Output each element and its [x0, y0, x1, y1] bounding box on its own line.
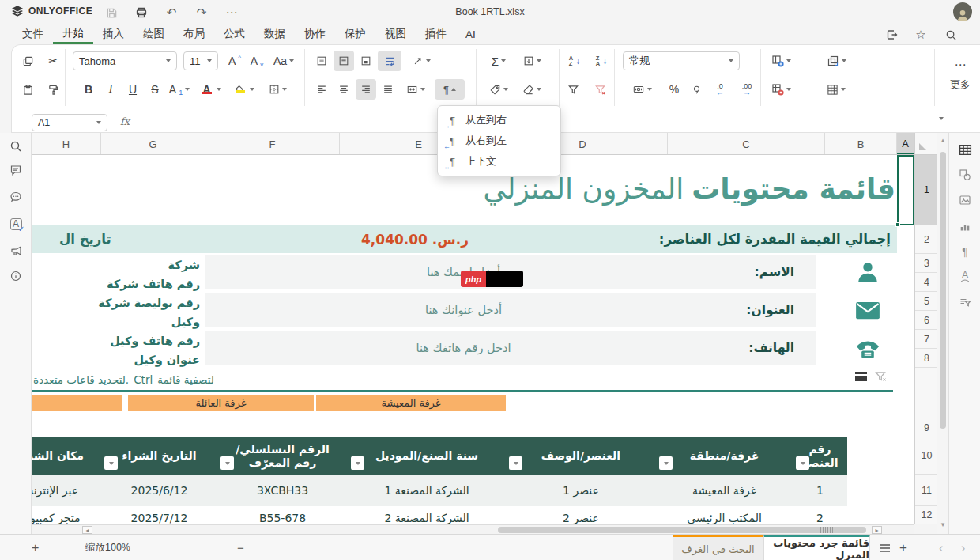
change-case-button[interactable]: Aa [269, 51, 299, 71]
column-header[interactable]: B [825, 133, 897, 155]
clear-button[interactable] [517, 79, 547, 100]
align-left-button[interactable] [311, 79, 332, 100]
slicer-menu-icon[interactable] [855, 372, 867, 381]
cell-item-number[interactable]: 2 [793, 506, 847, 524]
row-header[interactable]: 8 [915, 349, 937, 368]
align-right-button[interactable] [356, 79, 376, 100]
tab-plugins[interactable]: 插件 [416, 24, 456, 44]
scroll-right-button[interactable]: ▸ [872, 526, 882, 534]
sort-ascending-button[interactable]: AZ↓ [563, 51, 586, 71]
wrap-text-button[interactable] [378, 51, 401, 71]
column-header[interactable]: G [101, 133, 205, 155]
sheet-nav-prev-button[interactable]: ‹ [939, 535, 943, 560]
font-color-button[interactable]: A [196, 79, 224, 100]
chart-settings-button[interactable] [958, 219, 972, 233]
room-chip-family-room[interactable]: غرفة العائلة [128, 395, 314, 411]
italic-button[interactable]: I [101, 79, 120, 100]
comments-panel-button[interactable] [9, 163, 23, 177]
open-file-location-button[interactable] [885, 28, 899, 42]
zoom-level-label[interactable]: 缩放100% [85, 535, 130, 560]
tab-view[interactable]: 视图 [375, 24, 416, 44]
cell-item-number[interactable]: 1 [793, 475, 847, 506]
column-header-selected[interactable]: A [897, 133, 914, 155]
accounting-style-button[interactable] [626, 79, 658, 100]
scroll-up-button[interactable]: ▴ [937, 134, 948, 146]
align-top-button[interactable] [311, 51, 332, 71]
cell-serial[interactable]: 3XCBH33 [217, 475, 348, 506]
cell-name-box[interactable]: A1 [32, 114, 107, 131]
cell-room[interactable]: غرفة المعيشة [656, 475, 793, 506]
row-header[interactable]: 11 [915, 475, 937, 506]
font-size-select[interactable]: 11 [183, 51, 218, 70]
subscript-button[interactable]: A1 [166, 79, 193, 100]
scroll-grip[interactable] [820, 527, 833, 533]
fill-handle[interactable] [895, 222, 900, 227]
font-name-select[interactable]: Tahoma [73, 51, 177, 70]
borders-button[interactable] [262, 79, 292, 100]
percent-style-button[interactable]: % [664, 79, 684, 100]
cell-date[interactable]: 2025/6/12 [101, 475, 217, 506]
tab-home[interactable]: 开始 [53, 24, 93, 44]
sheet-nav-next-button[interactable]: › [961, 535, 965, 560]
tab-layout[interactable]: 布局 [174, 24, 214, 44]
tab-protection[interactable]: 保护 [335, 24, 375, 44]
tab-file[interactable]: 文件 [13, 24, 53, 44]
chat-panel-button[interactable] [9, 190, 23, 204]
tab-draw[interactable]: 绘图 [134, 24, 174, 44]
cell-place[interactable]: متجر كمبيوتر [32, 506, 101, 524]
row-header[interactable]: 10 [915, 437, 937, 475]
autosum-button[interactable]: Σ [484, 51, 514, 71]
paragraph-settings-button[interactable]: ¶ [958, 244, 972, 259]
filter-dropdown-button[interactable] [659, 456, 673, 470]
room-chip[interactable] [32, 395, 122, 411]
zoom-in-button[interactable]: + [32, 535, 39, 560]
phone-field[interactable]: الهاتف: ادخل رقم هاتفك هنا [205, 331, 816, 365]
tab-data[interactable]: 数据 [254, 24, 295, 44]
fx-label[interactable]: fx [120, 115, 130, 127]
avatar[interactable] [953, 2, 972, 21]
scroll-left-button[interactable]: ◂ [82, 526, 92, 534]
row-header[interactable]: 12 [915, 506, 937, 524]
cell-model[interactable]: الشركة المصنعة 1 [348, 475, 506, 506]
vertical-scrollbar[interactable]: ▴ ▾ [937, 133, 948, 534]
filter-button[interactable] [563, 79, 583, 100]
cell-date[interactable]: 2025/7/12 [101, 506, 217, 524]
insert-cells-button[interactable] [765, 51, 797, 71]
sort-descending-button[interactable]: ZA↓ [590, 51, 613, 71]
cell-settings-button[interactable] [958, 142, 972, 157]
room-chip-living-room[interactable]: غرفة المعيشة [316, 395, 506, 411]
tab-ai[interactable]: AI [456, 24, 485, 44]
feedback-button[interactable] [9, 244, 23, 258]
menu-item-right-to-left[interactable]: ¶← 从右到左 [438, 131, 560, 151]
fill-color-button[interactable] [229, 79, 258, 100]
bold-button[interactable]: B [79, 79, 98, 100]
text-direction-button[interactable]: ¶ [435, 79, 465, 100]
format-as-table-button[interactable] [820, 79, 852, 100]
row-header[interactable]: 3 [915, 254, 937, 273]
row-header[interactable]: 6 [915, 311, 937, 330]
column-header[interactable]: F [205, 133, 340, 155]
tab-formula[interactable]: 公式 [214, 24, 254, 44]
add-sheet-button[interactable]: + [899, 535, 907, 560]
align-bottom-button[interactable] [356, 51, 376, 71]
search-panel-button[interactable] [9, 139, 23, 153]
named-ranges-button[interactable] [484, 79, 514, 100]
underline-button[interactable]: U [123, 79, 142, 100]
copy-button[interactable] [17, 51, 38, 71]
sheet-tab-home-inventory[interactable]: قائمة جرد محتويات المنزل [763, 535, 870, 560]
cut-button[interactable]: ✂ [43, 51, 63, 71]
sheet-list-button[interactable] [879, 535, 891, 560]
vertical-scroll-thumb[interactable] [940, 152, 946, 429]
horizontal-scrollbar[interactable]: ◂ ▸ [32, 524, 914, 534]
filter-dropdown-button[interactable] [509, 456, 522, 470]
format-painter-button[interactable] [43, 79, 63, 100]
menu-item-context[interactable]: ¶↔ 上下文 [438, 151, 560, 172]
increase-font-button[interactable]: A^ [224, 51, 245, 71]
row-header-selected[interactable]: 1 [915, 155, 937, 225]
cell-model[interactable]: الشركة المصنعة 2 [348, 506, 506, 524]
cell-style-button[interactable] [820, 51, 852, 71]
cell-item[interactable]: عنصر 2 [506, 506, 656, 524]
tab-insert[interactable]: 插入 [93, 24, 134, 44]
select-all-corner[interactable] [914, 133, 937, 155]
filter-dropdown-button[interactable] [796, 456, 809, 470]
